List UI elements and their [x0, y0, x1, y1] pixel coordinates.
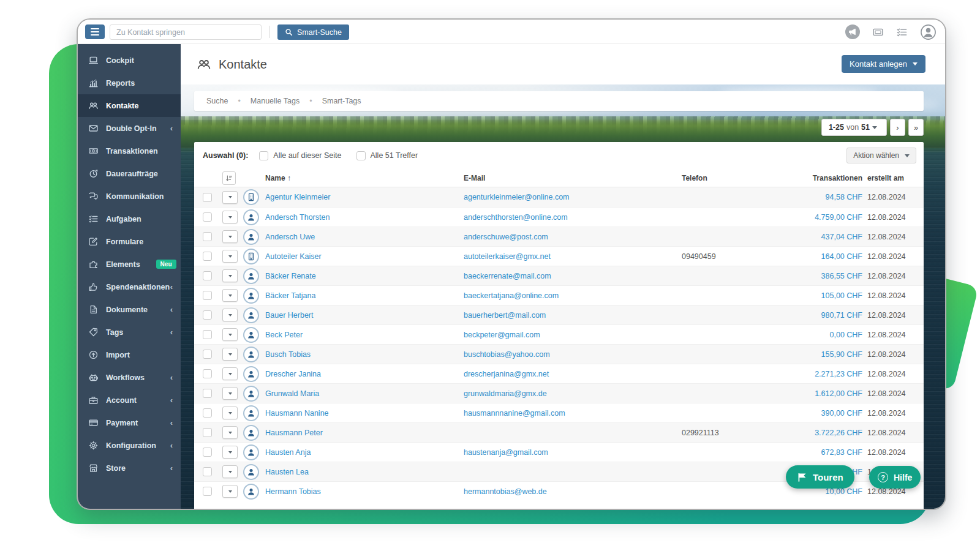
action-select-dropdown[interactable]: Aktion wählen	[846, 148, 916, 163]
contact-email-link[interactable]: buschtobias@yahoo.com	[464, 350, 677, 359]
row-checkbox[interactable]	[203, 252, 212, 261]
contact-email-link[interactable]: baeckerrenate@mail.com	[464, 272, 677, 280]
contact-name-link[interactable]: Hausten Anja	[265, 448, 459, 457]
select-page-checkbox[interactable]: Alle auf dieser Seite	[259, 151, 341, 160]
contact-email-link[interactable]: anderschthorsten@online.com	[464, 213, 677, 222]
sidebar-item[interactable]: Reports	[78, 72, 181, 94]
row-checkbox[interactable]	[203, 291, 212, 300]
jump-to-contact-input[interactable]	[110, 24, 262, 40]
sidebar-item[interactable]: Cockpit	[78, 49, 181, 72]
transactions-amount-link[interactable]: 164,00 CHF	[783, 252, 862, 261]
contact-name-link[interactable]: Agentur Kleinmeier	[265, 193, 459, 201]
row-checkbox[interactable]	[203, 271, 212, 280]
last-page-button[interactable]: »	[908, 119, 924, 136]
sidebar-item[interactable]: Spendenaktionen ‹	[78, 276, 181, 298]
task-list-icon[interactable]	[896, 26, 908, 38]
sort-order-icon[interactable]	[222, 171, 236, 185]
row-checkbox[interactable]	[203, 232, 212, 241]
contact-name-link[interactable]: Busch Tobias	[265, 350, 459, 359]
row-checkbox[interactable]	[203, 408, 212, 418]
transactions-amount-link[interactable]: 1.612,00 CHF	[783, 389, 862, 398]
row-checkbox[interactable]	[203, 467, 212, 476]
help-button[interactable]: ? Hilfe	[869, 466, 921, 489]
transactions-amount-link[interactable]: 94,58 CHF	[783, 193, 862, 201]
transactions-amount-link[interactable]: 672,83 CHF	[783, 448, 862, 457]
create-contact-button[interactable]: Kontakt anlegen	[842, 55, 925, 73]
row-actions-dropdown[interactable]	[222, 289, 238, 302]
row-actions-dropdown[interactable]	[222, 407, 238, 419]
row-actions-dropdown[interactable]	[222, 230, 238, 243]
transactions-amount-link[interactable]: 980,71 CHF	[783, 311, 862, 320]
sidebar-item[interactable]: Kontakte	[78, 94, 181, 117]
row-actions-dropdown[interactable]	[222, 191, 238, 204]
row-checkbox[interactable]	[203, 448, 212, 457]
next-page-button[interactable]: ›	[890, 119, 905, 136]
tours-button[interactable]: Touren	[786, 465, 854, 489]
column-name[interactable]: Name ↑	[265, 174, 459, 182]
row-actions-dropdown[interactable]	[222, 328, 238, 341]
contact-email-link[interactable]: hausmannnanine@gmail.com	[464, 409, 677, 418]
contact-name-link[interactable]: Hermann Tobias	[265, 487, 459, 496]
sidebar-item[interactable]: Payment ‹	[78, 411, 181, 434]
contact-name-link[interactable]: Hausten Lea	[265, 468, 459, 476]
row-checkbox[interactable]	[203, 389, 212, 398]
contact-email-link[interactable]: bauerherbert@mail.com	[464, 311, 677, 320]
sidebar-item[interactable]: Transaktionen	[78, 140, 181, 162]
row-actions-dropdown[interactable]	[222, 211, 238, 223]
tab[interactable]: Suche	[206, 97, 228, 105]
row-checkbox[interactable]	[203, 310, 212, 320]
tab[interactable]: Manuelle Tags	[228, 97, 300, 105]
contact-name-link[interactable]: Drescher Janina	[265, 370, 459, 378]
row-actions-dropdown[interactable]	[222, 367, 238, 380]
column-created[interactable]: erstellt am	[867, 174, 914, 182]
contact-name-link[interactable]: Hausmann Nanine	[265, 409, 459, 418]
row-checkbox[interactable]	[203, 193, 212, 202]
row-actions-dropdown[interactable]	[222, 465, 238, 478]
row-actions-dropdown[interactable]	[222, 485, 238, 498]
contact-email-link[interactable]: beckpeter@gmail.com	[464, 331, 677, 339]
contact-name-link[interactable]: Bauer Herbert	[265, 311, 459, 320]
transactions-amount-link[interactable]: 4.759,00 CHF	[783, 213, 862, 222]
contact-name-link[interactable]: Hausmann Peter	[265, 429, 459, 437]
row-checkbox[interactable]	[203, 212, 212, 222]
row-actions-dropdown[interactable]	[222, 309, 238, 321]
row-actions-dropdown[interactable]	[222, 348, 238, 361]
menu-toggle-button[interactable]	[85, 24, 105, 39]
sidebar-item[interactable]: Aufgaben	[78, 208, 181, 230]
account-avatar-icon[interactable]	[920, 24, 937, 40]
column-phone[interactable]: Telefon	[682, 174, 778, 182]
contact-email-link[interactable]: grunwaldmaria@gmx.de	[464, 389, 677, 398]
sidebar-item[interactable]: Double Opt-In ‹	[78, 117, 181, 140]
sidebar-item[interactable]: Kommunikation	[78, 185, 181, 208]
row-actions-dropdown[interactable]	[222, 426, 238, 439]
transactions-amount-link[interactable]: 0,00 CHF	[783, 331, 862, 339]
contact-email-link[interactable]: baeckertatjana@online.com	[464, 291, 677, 300]
transactions-amount-link[interactable]: 105,00 CHF	[783, 291, 862, 300]
row-checkbox[interactable]	[203, 428, 212, 437]
page-range-dropdown[interactable]: 1-25 von 51	[821, 119, 887, 136]
smart-search-button[interactable]: Smart-Suche	[277, 24, 349, 40]
row-checkbox[interactable]	[203, 350, 212, 359]
sidebar-item[interactable]: Account ‹	[78, 389, 181, 411]
sidebar-item[interactable]: Dokumente ‹	[78, 298, 181, 321]
changelog-icon[interactable]	[872, 26, 884, 38]
transactions-amount-link[interactable]: 2.271,23 CHF	[783, 370, 862, 378]
sidebar-item[interactable]: Import	[78, 343, 181, 366]
tab[interactable]: Smart-Tags	[300, 97, 361, 105]
row-checkbox[interactable]	[203, 487, 212, 496]
contact-name-link[interactable]: Beck Peter	[265, 331, 459, 339]
column-email[interactable]: E-Mail	[464, 174, 677, 182]
transactions-amount-link[interactable]: 386,55 CHF	[783, 272, 862, 280]
sidebar-item[interactable]: Tags ‹	[78, 321, 181, 343]
contact-name-link[interactable]: Bäcker Tatjana	[265, 291, 459, 300]
contact-email-link[interactable]: anderschuwe@post.com	[464, 233, 677, 241]
contact-name-link[interactable]: Andersch Uwe	[265, 233, 459, 241]
sidebar-item[interactable]: Store ‹	[78, 457, 181, 479]
sidebar-item[interactable]: Elements Neu	[78, 253, 181, 276]
announcements-icon[interactable]	[845, 24, 860, 39]
contact-email-link[interactable]: drescherjanina@gmx.net	[464, 370, 677, 378]
contact-email-link[interactable]: haustenanja@gmail.com	[464, 448, 677, 457]
row-checkbox[interactable]	[203, 330, 212, 339]
row-actions-dropdown[interactable]	[222, 387, 238, 400]
select-all-checkbox[interactable]: Alle 51 Treffer	[356, 151, 418, 160]
